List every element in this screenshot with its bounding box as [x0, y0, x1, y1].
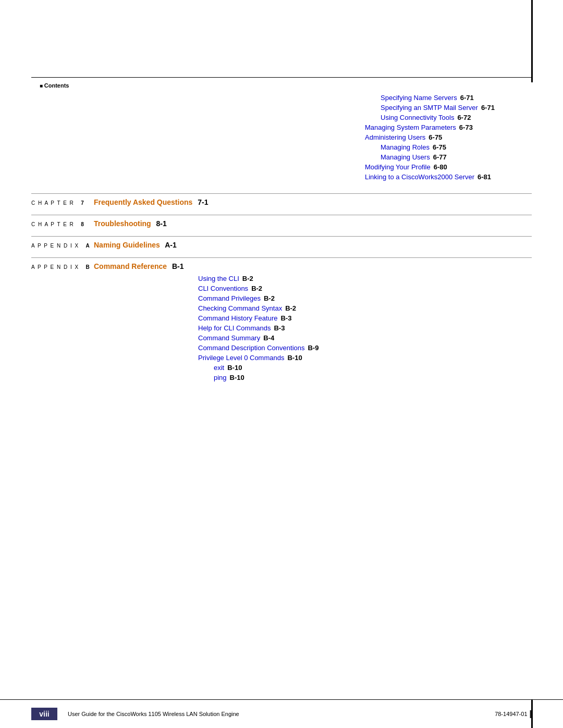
chapter-8-label: C H A P T E R 8 [31, 221, 94, 227]
page-ref: 6-73 [459, 124, 473, 131]
page-ref: 6-81 [478, 173, 491, 181]
page-ref: B-2 [264, 294, 275, 302]
privilege-level-0-commands-link[interactable]: Privilege Level 0 Commands [198, 354, 284, 362]
top-toc-section: Specifying Name Servers 6-71 Specifying … [31, 94, 532, 181]
list-item: CLI Conventions B-2 [198, 285, 532, 292]
appendix-a-row: A P P E N D I X A Naming Guidelines A-1 [31, 236, 532, 249]
right-bar-footer [531, 699, 533, 728]
appendix-b-label: A P P E N D I X B [31, 264, 94, 270]
chapter-7-page: 7-1 [195, 198, 208, 206]
footer-left: viii User Guide for the CiscoWorks 1105 … [31, 708, 239, 720]
linking-ciscoworks-link[interactable]: Linking to a CiscoWorks2000 Server [365, 173, 474, 181]
list-item: Checking Command Syntax B-2 [198, 304, 532, 312]
appendix-a-label: A P P E N D I X A [31, 243, 94, 249]
list-item: Command Summary B-4 [198, 334, 532, 342]
main-content: Specifying Name Servers 6-71 Specifying … [31, 94, 532, 384]
chapter-7-row: C H A P T E R 7 Frequently Asked Questio… [31, 193, 532, 206]
command-summary-link[interactable]: Command Summary [198, 334, 260, 342]
page-ref: B-4 [263, 334, 274, 342]
page-number: viii [31, 708, 57, 720]
chapter-8-row: C H A P T E R 8 Troubleshooting 8-1 [31, 215, 532, 228]
page-ref: 6-75 [433, 143, 446, 151]
top-rule [31, 77, 532, 78]
command-history-feature-link[interactable]: Command History Feature [198, 314, 277, 322]
list-item: Managing System Parameters 6-73 [365, 124, 532, 131]
specifying-name-servers-link[interactable]: Specifying Name Servers [381, 94, 457, 102]
list-item: Using the CLI B-2 [198, 275, 532, 282]
using-connectivity-tools-link[interactable]: Using Connectivity Tools [381, 114, 454, 121]
page-ref: 6-75 [429, 133, 442, 141]
right-bar-top [531, 0, 533, 82]
page-ref: B-2 [251, 285, 262, 292]
appendix-b-page: B-1 [170, 262, 183, 270]
managing-system-params-link[interactable]: Managing System Parameters [365, 124, 456, 131]
chapter-8-page: 8-1 [154, 219, 167, 228]
page-ref: 6-77 [433, 153, 447, 161]
list-item: Modifying Your Profile 6-80 [365, 163, 532, 171]
footer-doc-number: 78-14947-01 [495, 709, 532, 719]
command-description-conventions-link[interactable]: Command Description Conventions [198, 344, 304, 352]
using-cli-link[interactable]: Using the CLI [198, 275, 239, 282]
list-item: Command Privileges B-2 [198, 294, 532, 302]
ping-command-link[interactable]: ping [214, 374, 227, 381]
list-item: Help for CLI Commands B-3 [198, 324, 532, 332]
checking-command-syntax-link[interactable]: Checking Command Syntax [198, 304, 282, 312]
page-ref: B-2 [285, 304, 296, 312]
help-cli-commands-link[interactable]: Help for CLI Commands [198, 324, 271, 332]
exit-command-link[interactable]: exit [214, 364, 224, 372]
list-item: Command History Feature B-3 [198, 314, 532, 322]
page-ref: B-3 [280, 314, 291, 322]
list-item: Command Description Conventions B-9 [198, 344, 532, 352]
modifying-profile-link[interactable]: Modifying Your Profile [365, 163, 431, 171]
page-ref: B-9 [308, 344, 319, 352]
page-ref: B-10 [230, 374, 244, 381]
page-ref: 6-72 [457, 114, 471, 121]
appendix-b-sub-entries: Using the CLI B-2 CLI Conventions B-2 Co… [198, 275, 532, 381]
list-item: ping B-10 [214, 374, 532, 381]
administering-users-link[interactable]: Administering Users [365, 133, 425, 141]
list-item: Privilege Level 0 Commands B-10 [198, 354, 532, 362]
appendix-b-row: A P P E N D I X B Command Reference B-1 [31, 257, 532, 270]
chapter-7-title-link[interactable]: Frequently Asked Questions [94, 198, 192, 206]
page-ref: 6-80 [434, 163, 447, 171]
cli-conventions-link[interactable]: CLI Conventions [198, 285, 248, 292]
list-item: Managing Users 6-77 [381, 153, 532, 161]
top-sub-entries: Specifying Name Servers 6-71 Specifying … [198, 94, 532, 181]
page-ref: 6-71 [481, 104, 495, 112]
page-ref: B-2 [242, 275, 253, 282]
contents-header: Contents [40, 82, 69, 89]
appendix-b-title-link[interactable]: Command Reference [94, 262, 167, 270]
managing-users-link[interactable]: Managing Users [381, 153, 430, 161]
command-privileges-link[interactable]: Command Privileges [198, 294, 261, 302]
list-item: Administering Users 6-75 [365, 133, 532, 141]
page-ref: 6-71 [460, 94, 474, 102]
managing-roles-link[interactable]: Managing Roles [381, 143, 430, 151]
page-ref: B-10 [287, 354, 302, 362]
list-item: exit B-10 [214, 364, 532, 372]
list-item: Specifying Name Servers 6-71 [381, 94, 532, 102]
chapter-8-title-link[interactable]: Troubleshooting [94, 219, 151, 228]
list-item: Linking to a CiscoWorks2000 Server 6-81 [365, 173, 532, 181]
list-item: Managing Roles 6-75 [381, 143, 532, 151]
page-ref: B-10 [227, 364, 242, 372]
chapter-7-label: C H A P T E R 7 [31, 200, 94, 206]
appendix-a-page: A-1 [163, 241, 177, 249]
list-item: Specifying an SMTP Mail Server 6-71 [381, 104, 532, 112]
page-container: Contents Specifying Name Servers 6-71 Sp… [0, 0, 563, 728]
appendix-a-title-link[interactable]: Naming Guidelines [94, 241, 160, 249]
footer: viii User Guide for the CiscoWorks 1105 … [0, 699, 563, 728]
footer-title: User Guide for the CiscoWorks 1105 Wirel… [68, 711, 239, 717]
page-ref: B-3 [274, 324, 285, 332]
list-item: Using Connectivity Tools 6-72 [381, 114, 532, 121]
specifying-smtp-link[interactable]: Specifying an SMTP Mail Server [381, 104, 478, 112]
